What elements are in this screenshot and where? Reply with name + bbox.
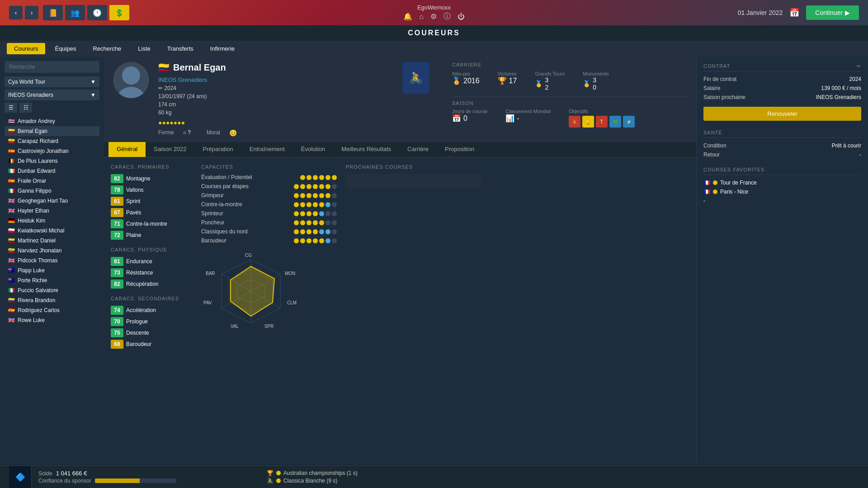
list-item[interactable]: 🇨🇷 Amador Andrey xyxy=(5,116,99,126)
list-item[interactable]: 🇮🇪 Dunbar Edward xyxy=(5,166,99,176)
subnav-liste[interactable]: Liste xyxy=(131,43,157,54)
nav-back-button[interactable]: ‹ xyxy=(9,6,23,19)
list-item[interactable]: 🇬🇧 Pidcock Thomas xyxy=(5,256,99,265)
stat-row: 81 Endurance xyxy=(111,257,192,266)
fav-item: - xyxy=(703,198,861,204)
radar-chart: CG BAR MON PAV CLM VAL SPR xyxy=(201,251,301,332)
tab-evolution[interactable]: Évolution xyxy=(293,142,333,157)
saison-label: SAISON xyxy=(452,100,687,106)
obj-icon4: 🌿 xyxy=(609,116,621,128)
subnav-infirmerie[interactable]: Infirmerie xyxy=(203,43,242,54)
primary-stats-panel: CARACS. PRIMAIRES 82 Montagne 78 Vallons… xyxy=(111,164,192,351)
dot xyxy=(300,184,305,189)
renew-button[interactable]: Renouveler xyxy=(703,107,861,121)
flag-icon: 🇪🇸 xyxy=(8,148,15,154)
podium-icon: 🥇 xyxy=(535,80,542,87)
list-item[interactable]: 🇨🇴 Martínez Daniel xyxy=(5,236,99,246)
stat-baroudeur-val: 68 xyxy=(111,340,123,349)
search-input[interactable] xyxy=(5,61,99,73)
tab-meilleurs[interactable]: Meilleurs Résultats xyxy=(333,142,399,157)
subnav-equipes[interactable]: Équipes xyxy=(47,43,83,54)
list-item[interactable]: 🇧🇪 De Plus Laurens xyxy=(5,156,99,166)
tab-carriere[interactable]: Carrière xyxy=(399,142,437,157)
list-item[interactable]: 🇮🇹 Puccio Salvatore xyxy=(5,285,99,295)
calendar-icon[interactable]: 📅 xyxy=(789,8,799,18)
list-item[interactable]: 🇬🇧 Rowe Luke xyxy=(5,315,99,325)
list-item[interactable]: 🇪🇸 Castroviejo Jonathan xyxy=(5,146,99,156)
fin-contrat-row: Fin de contrat 2024 xyxy=(703,76,861,82)
list-item[interactable]: 🇩🇪 Heiduk Kim xyxy=(5,216,99,226)
list-item[interactable]: 🇨🇴 Bernal Egan xyxy=(5,126,99,136)
dot xyxy=(300,238,305,243)
top-icons: 🔔 ⌂ ⚙ ⓘ ⏻ xyxy=(403,12,465,21)
top-bar-center: EgoWernoxx 🔔 ⌂ ⚙ ⓘ ⏻ xyxy=(403,4,465,21)
cap-dots xyxy=(294,238,337,243)
tab-saison[interactable]: Saison 2022 xyxy=(146,142,194,157)
tour-dropdown[interactable]: Cya World Tour ▼ xyxy=(5,76,99,87)
info-icon[interactable]: ⓘ xyxy=(443,12,451,21)
flag-icon: 🇦🇺 xyxy=(8,267,15,274)
flag-icon: 🇨🇴 xyxy=(8,128,15,134)
nav-tab-briefcase[interactable]: 📙 xyxy=(43,5,63,20)
stat-sprint-val: 61 xyxy=(111,197,123,206)
list-item[interactable]: 🇪🇸 Fraile Omar xyxy=(5,176,99,186)
list-item[interactable]: 🇵🇱 Kwiatkowski Michal xyxy=(5,226,99,236)
list-item[interactable]: 🇦🇺 Porte Richie xyxy=(5,275,99,285)
tab-preparation[interactable]: Préparation xyxy=(195,142,241,157)
stat-row: 78 Vallons xyxy=(111,185,192,194)
list-item[interactable]: 🇬🇧 Hayter Ethan xyxy=(5,206,99,216)
victoires-block: Victoires 🏆 17 xyxy=(498,71,517,91)
flag-icon: 🇮🇹 xyxy=(8,188,15,194)
svg-point-1 xyxy=(118,87,145,98)
cap-row: Puncheur xyxy=(201,219,337,226)
stat-recuperation-val: 82 xyxy=(111,280,123,289)
edit-icon2[interactable]: ✏ xyxy=(857,63,861,69)
list-item[interactable]: 🇪🇸 Rodriguez Carlos xyxy=(5,305,99,315)
rider-team[interactable]: INEOS Grenadiers xyxy=(158,76,393,83)
tab-entrainement[interactable]: Entraînement xyxy=(241,142,293,157)
nav-forward-button[interactable]: › xyxy=(25,6,38,19)
list-item[interactable]: 🇨🇴 Rivera Brandon xyxy=(5,295,99,305)
dot xyxy=(326,175,330,180)
list-item[interactable]: 🇪🇨 Narváez Jhonatan xyxy=(5,246,99,256)
nav-tab-team[interactable]: 👥 xyxy=(65,5,85,20)
home-icon[interactable]: ⌂ xyxy=(419,13,424,21)
sante-title: SANTÉ xyxy=(703,130,861,138)
team-dropdown[interactable]: INEOS Grenadiers ▼ xyxy=(5,90,99,100)
prochaines-courses-panel: PROCHAINES COURSES xyxy=(346,164,481,351)
flag-icon: 🇦🇺 xyxy=(8,277,15,284)
cap-label: Baroudeur xyxy=(201,237,264,244)
dot xyxy=(307,184,311,189)
subnav-coureurs[interactable]: Coureurs xyxy=(7,43,45,54)
bell-icon[interactable]: 🔔 xyxy=(403,12,412,21)
list-item[interactable]: 🇦🇺 Plapp Luke xyxy=(5,265,99,275)
rider-header: 🇨🇴 Bernal Egan INEOS Grenadiers ✏ 2024 1… xyxy=(104,57,696,142)
list-item[interactable]: 🇬🇧 Geoghegan Hart Tao xyxy=(5,196,99,206)
tab-general[interactable]: Général xyxy=(108,142,146,157)
dot xyxy=(313,211,318,216)
moral-icon: 😊 xyxy=(229,129,237,137)
tab-proposition[interactable]: Proposition xyxy=(437,142,482,157)
sante-section: SANTÉ Condition Prêt à courir Retour - xyxy=(703,130,861,158)
dot xyxy=(326,229,330,234)
list-item[interactable]: 🇪🇨 Carapaz Richard xyxy=(5,136,99,146)
power-icon[interactable]: ⏻ xyxy=(458,13,465,21)
capacities-title: CAPACITÉS xyxy=(201,164,337,170)
event-name1: Australian championships (1 s) xyxy=(283,470,358,476)
rider-name-row: 🇨🇴 Bernal Egan xyxy=(158,62,393,73)
nav-tab-clock[interactable]: 🕐 xyxy=(87,5,107,20)
stat-clm-val: 71 xyxy=(111,219,123,228)
continue-button[interactable]: Continuer ▶ xyxy=(806,5,859,20)
subnav-transferts[interactable]: Transferts xyxy=(160,43,201,54)
settings-icon[interactable]: ⚙ xyxy=(430,12,437,21)
view-list-icon[interactable]: ☰ xyxy=(5,103,17,113)
stat-row: 71 Contre-la-montre xyxy=(111,219,192,228)
view-grid-icon[interactable]: ☷ xyxy=(19,103,32,113)
list-item[interactable]: 🇮🇹 Ganna Filippo xyxy=(5,186,99,196)
dot xyxy=(313,193,318,198)
nav-tab-finance[interactable]: 💲 xyxy=(109,5,129,20)
dot xyxy=(300,220,305,225)
subnav-recherche[interactable]: Recherche xyxy=(85,43,128,54)
dot xyxy=(326,238,330,243)
stat-row: 70 Prologue xyxy=(111,317,192,326)
